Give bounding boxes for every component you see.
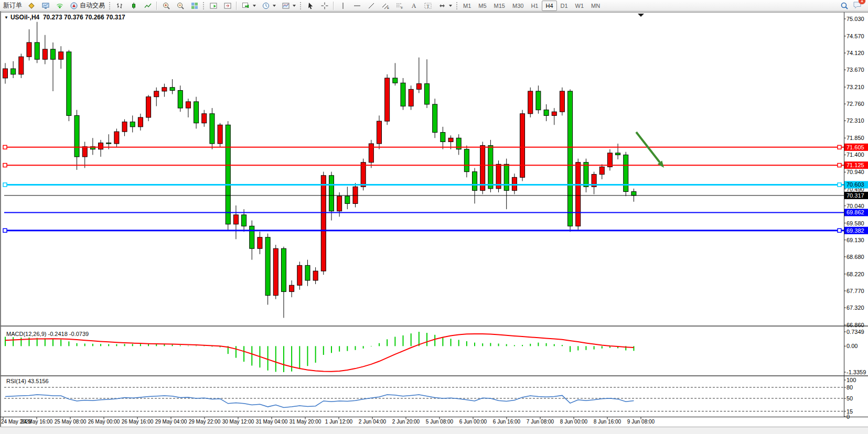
terminal-icon [41, 1, 50, 10]
periods-dropdown-icon[interactable] [273, 5, 276, 7]
timeframe-m15-button[interactable]: M15 [490, 1, 509, 11]
macd-values: -0.2418 -0.0739 [48, 331, 89, 337]
horizontal-line-icon [352, 1, 361, 10]
timeframe-d1-button[interactable]: D1 [557, 1, 572, 11]
text-tool-button[interactable]: A [406, 0, 421, 12]
bar-chart-icon [115, 1, 124, 10]
signals-button[interactable] [52, 0, 67, 12]
signal-icon [55, 1, 64, 10]
auto-scroll-icon [209, 1, 218, 10]
timeframe-h1-button[interactable]: H1 [527, 1, 542, 11]
templates-button[interactable] [278, 0, 298, 12]
chart-symbol-period: USOil-,H4 [10, 14, 39, 21]
text-icon: A [409, 1, 418, 10]
arrows-dropdown-icon[interactable] [449, 5, 452, 7]
main-toolbar: 新订单 自动交易 E F A T M1 M5 M15 M30 H1 H4 D1 … [0, 0, 868, 12]
cursor-icon [306, 1, 315, 10]
equidistant-channel-icon: E [381, 1, 390, 10]
terminal-button[interactable] [38, 0, 52, 12]
cursor-tool-button[interactable] [303, 0, 317, 12]
tile-windows-icon [190, 1, 199, 10]
macd-name: MACD(12,26,9) [6, 331, 46, 337]
candlestick-icon [129, 1, 138, 10]
fibonacci-tool-button[interactable]: F [392, 0, 406, 12]
market-depth-button[interactable] [24, 0, 38, 12]
depth-icon [27, 1, 36, 10]
tile-windows-button[interactable] [187, 0, 201, 12]
auto-trading-icon [69, 1, 78, 10]
zoom-out-icon [176, 1, 185, 10]
chart-ohlc-values: 70.273 70.376 70.266 70.317 [43, 14, 125, 21]
clock-icon [261, 1, 270, 10]
candle-chart-mode-button[interactable] [126, 0, 141, 12]
toolbar-grip [109, 2, 111, 10]
timeframe-m5-button[interactable]: M5 [475, 1, 490, 11]
vertical-line-tool-button[interactable] [336, 0, 350, 12]
auto-trading-label: 自动交易 [80, 1, 105, 10]
rsi-value: 43.5156 [28, 378, 49, 384]
crosshair-tool-button[interactable] [317, 0, 331, 12]
timeframe-h4-button[interactable]: H4 [542, 1, 556, 11]
chart-title: ▼USOil-,H4 70.273 70.376 70.266 70.317 [4, 14, 125, 21]
timeframe-m30-button[interactable]: M30 [509, 1, 527, 11]
line-chart-icon [143, 1, 152, 10]
channel-tool-button[interactable]: E [378, 0, 392, 12]
auto-scroll-button[interactable] [206, 0, 220, 12]
timeframe-m1-button[interactable]: M1 [459, 1, 475, 11]
auto-trading-button[interactable]: 自动交易 [67, 0, 108, 12]
trendline-icon [367, 1, 376, 10]
toolbar-grip [299, 2, 302, 10]
toolbar-separator [333, 2, 334, 10]
chart-window[interactable] [0, 12, 868, 427]
notifications-button[interactable]: 1 [853, 0, 862, 11]
periods-button[interactable] [259, 0, 278, 12]
toolbar-grip [456, 2, 458, 10]
horizontal-line-tool-button[interactable] [350, 0, 364, 12]
toolbar-separator [236, 2, 237, 10]
trendline-tool-button[interactable] [364, 0, 378, 12]
zoom-in-icon [162, 1, 170, 10]
svg-text:F: F [401, 6, 403, 9]
zoom-in-button[interactable] [159, 0, 173, 12]
line-chart-mode-button[interactable] [141, 0, 155, 12]
arrows-tool-button[interactable] [435, 0, 455, 12]
macd-indicator-label[interactable]: MACD(12,26,9) -0.2418 -0.0739 [6, 331, 89, 337]
rsi-indicator-label[interactable]: RSI(14) 43.5156 [6, 378, 49, 384]
timeframe-mn-button[interactable]: MN [587, 1, 604, 11]
arrow-shapes-icon [437, 1, 446, 10]
bar-chart-mode-button[interactable] [112, 0, 126, 12]
text-label-icon: T [423, 1, 432, 10]
indicators-button[interactable] [239, 0, 259, 12]
template-icon [281, 1, 290, 10]
zoom-out-button[interactable] [173, 0, 187, 12]
vertical-line-icon [338, 1, 347, 10]
status-bar [0, 427, 868, 434]
templates-dropdown-icon[interactable] [293, 5, 296, 7]
text-label-tool-button[interactable]: T [421, 0, 435, 12]
rsi-name: RSI(14) [6, 378, 26, 384]
add-indicator-icon [241, 1, 250, 10]
svg-text:A: A [411, 2, 416, 9]
toolbar-separator [156, 2, 157, 10]
chart-shift-icon [223, 1, 232, 10]
svg-text:E: E [387, 6, 389, 9]
timeframe-w1-button[interactable]: W1 [572, 1, 588, 11]
svg-text:T: T [426, 3, 430, 8]
search-icon[interactable] [840, 1, 849, 10]
crosshair-icon [320, 1, 329, 10]
fibonacci-icon: F [395, 1, 404, 10]
chart-shift-button[interactable] [220, 0, 234, 12]
indicators-dropdown-icon[interactable] [253, 5, 256, 7]
chart-menu-icon[interactable]: ▼ [4, 15, 8, 20]
new-order-button[interactable]: 新订单 [1, 1, 24, 11]
toolbar-grip [202, 2, 205, 10]
